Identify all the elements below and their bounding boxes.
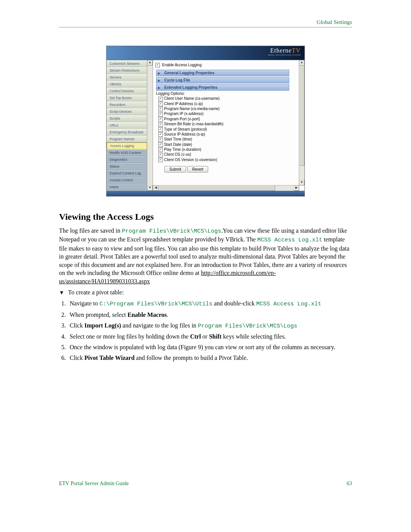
option-label: Client OS (c-os) [164,152,191,157]
sidebar-item[interactable]: Recorders [107,101,147,108]
path-text: MCSS Access Log.xlt [256,301,321,307]
header-rule [59,27,352,27]
checkbox-icon[interactable] [158,102,163,106]
option-label: Start Time (time) [164,137,192,141]
revert-button[interactable]: Revert [187,166,208,173]
text: or [201,333,209,340]
ss-banner: EtherneTV MEDIA DISTRIBUTION SYSTEM [107,46,304,60]
option-label: Program Name (cs-media-name) [164,107,220,111]
step-item: Select one or more log files by holding … [67,332,352,341]
chevron-right-icon: ▶ [158,86,160,89]
text: and follow the prompts to build a Pivot … [135,355,248,361]
sidebar-item[interactable]: Status [107,163,147,170]
scroll-right-icon[interactable]: ▶ [294,185,299,191]
content-vscrollbar[interactable]: ▲ ▼ [299,60,304,185]
logging-option[interactable]: Client OS (c-os) [158,152,296,157]
sidebar-item[interactable]: Stream Restrictions [107,67,147,74]
checkbox-icon[interactable] [158,142,163,147]
sidebar-item[interactable]: Modify VOD Content [107,149,147,156]
option-label: Start Date (date) [164,142,192,147]
logging-option[interactable]: Program Port (x-port) [158,117,296,121]
checkbox-icon[interactable] [158,153,163,157]
checkbox-icon[interactable] [158,147,163,152]
path-text: C:\Program Files\VBrick\MCS\Utils [99,301,212,307]
text: Once the window is populated with log da… [70,344,335,350]
enable-access-logging-field[interactable]: Enable Access Logging [155,63,296,67]
logo-sub: MEDIA DISTRIBUTION SYSTEM [268,54,301,56]
checkbox-icon[interactable] [158,107,163,111]
logging-option[interactable]: Type of Stream (protocol) [158,127,296,132]
sidebar-item[interactable]: Customize Streams [107,60,147,67]
text: and navigate to the log files in [121,322,198,329]
logo-text-a: Etherne [270,47,292,54]
logging-option[interactable]: Program IP (x-address) [158,112,296,116]
logging-option[interactable]: Client IP Address (c-ip) [158,102,296,106]
section-label: Extended Logging Properties [164,85,217,89]
option-label: Client OS Version (c-osversion) [164,158,217,162]
checkbox-icon[interactable] [158,112,163,117]
option-label: Play Time (x-duration) [164,147,201,152]
option-label: Source IP Address (s-ip) [164,132,205,136]
checkbox-icon[interactable] [158,117,163,121]
checkbox-icon[interactable] [158,137,163,142]
sidebar-item[interactable]: Servers [107,74,147,81]
task-label: To create a pivot table: [68,289,124,296]
bold-text: Ctrl [190,333,201,340]
path-text: Program Files\VBrick\MCS\Logs [198,323,297,329]
logging-option[interactable]: Start Date (date) [158,142,296,147]
sidebar-item[interactable]: Set Top Boxes [107,94,147,101]
sidebar-item[interactable]: Expired Content Log [107,170,147,177]
sidebar-item[interactable]: Control Devices [107,88,147,94]
scroll-thumb[interactable] [299,66,304,166]
sidebar-item[interactable]: Emergency Broadcast [107,129,147,136]
scroll-up-icon[interactable]: ▲ [147,60,153,66]
sidebar-item[interactable]: URLs [107,122,147,129]
sidebar-item[interactable]: Access Control [107,177,147,184]
option-label: Client IP Address (c-ip) [164,102,203,106]
checkbox-icon[interactable] [158,132,163,137]
text: keys while selecting files. [221,333,286,340]
sidebar-item[interactable]: Access Logging [107,142,147,149]
logging-option[interactable]: Play Time (x-duration) [158,147,296,152]
section-label: General Logging Properties [164,71,215,75]
step-item: Navigate to C:\Program Files\VBrick\MCS\… [67,299,352,309]
logging-option[interactable]: Source IP Address (s-ip) [158,132,296,137]
logging-option[interactable]: Program Name (cs-media-name) [158,107,296,111]
scroll-thumb[interactable] [158,185,275,191]
scroll-down-icon[interactable]: ▼ [147,185,153,191]
triangle-down-icon: ▼ [59,290,67,296]
sidebar-item[interactable]: Script Devices [107,108,147,115]
option-label: Program Port (x-port) [164,117,200,121]
sidebar-item[interactable]: Scripts [107,115,147,122]
scroll-down-icon[interactable]: ▼ [299,180,304,185]
section-cycle-log[interactable]: ▶ Cycle Log File [156,77,289,83]
text: When prompted, select [70,312,127,318]
bold-text: Import Log(s) [84,322,121,329]
submit-button[interactable]: Submit [164,166,186,173]
checkbox-icon[interactable] [158,122,163,127]
logo: EtherneTV MEDIA DISTRIBUTION SYSTEM [268,47,301,56]
text: Navigate to [70,300,99,307]
sidebar-scrollbar[interactable]: ▲ ▼ [147,60,153,191]
section-extended-logging[interactable]: ▶ Extended Logging Properties [156,84,289,91]
content-hscrollbar[interactable]: ◀ ▶ [153,185,299,191]
checkbox-icon[interactable] [158,97,163,101]
step-item: When prompted, select Enable Macros. [67,310,352,320]
logging-option[interactable]: Start Time (time) [158,137,296,142]
ss-content: Enable Access Logging ▶ General Logging … [153,60,304,191]
logging-option[interactable]: Stream Bit Rate (c-max-bandwidth) [158,122,296,126]
logging-option[interactable]: Client OS Version (c-osversion) [158,158,296,162]
section-general-logging[interactable]: ▶ General Logging Properties [156,70,289,76]
checkbox-icon[interactable] [158,127,163,132]
sidebar-item[interactable]: Program Names [107,136,147,142]
sidebar-item[interactable]: Users [107,184,147,190]
step-item: Click Pivot Table Wizard and follow the … [67,353,352,363]
sidebar-item[interactable]: VBricks [107,81,147,88]
scroll-left-icon[interactable]: ◀ [153,185,158,191]
logging-option[interactable]: Client User Name (cs-username) [158,96,296,101]
embedded-screenshot: EtherneTV MEDIA DISTRIBUTION SYSTEM Cust… [106,46,305,197]
checkbox-icon[interactable] [158,158,163,162]
sidebar-item[interactable]: Diagnostics [107,156,147,163]
scroll-up-icon[interactable]: ▲ [299,60,304,66]
checkbox-icon[interactable] [155,63,160,67]
